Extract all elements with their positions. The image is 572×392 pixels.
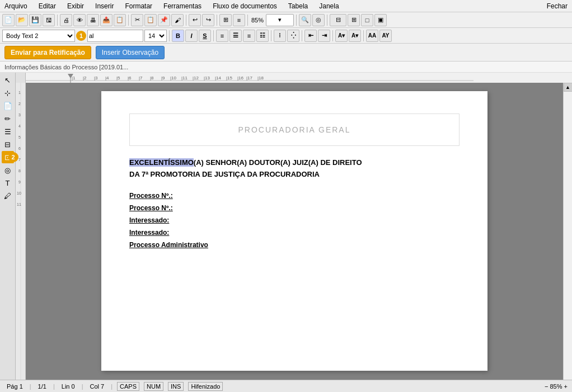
open-button[interactable]: 📂 — [16, 14, 28, 26]
charmap-button[interactable]: AA — [366, 30, 378, 42]
field-processo-admin: Processo Administrativo — [129, 241, 460, 249]
template-button[interactable]: 📋 — [114, 14, 126, 26]
italic-button[interactable]: I — [185, 30, 198, 42]
indent-button[interactable]: ⇥ — [318, 30, 330, 42]
scroll-track[interactable] — [564, 92, 573, 383]
menu-fechar[interactable]: Fechar — [545, 1, 570, 11]
status-num[interactable]: NUM — [144, 382, 163, 391]
copy-button[interactable]: 📋 — [144, 14, 157, 26]
merge-button[interactable]: ⊟ — [330, 14, 346, 26]
sep-fmt5 — [332, 30, 333, 41]
status-hyph[interactable]: Hifenizado — [188, 382, 223, 391]
svg-text:10: 10 — [17, 191, 21, 195]
view-button[interactable]: ≡ — [233, 14, 245, 26]
paste-button[interactable]: 📌 — [158, 14, 170, 26]
toolbar1: 📄 📂 💾 🖫 🖨 👁 🖶 📤 📋 ✂ 📋 📌 🖌 ↩ ↪ ⊞ ≡ 85% ▾ … — [0, 12, 572, 28]
breadcrumb-text: Informações Básicas do Processo [2019.01… — [4, 64, 128, 70]
menu-arquivo[interactable]: Arquivo — [2, 1, 30, 11]
cut-button[interactable]: ✂ — [131, 14, 143, 26]
menu-exibir[interactable]: Exibir — [65, 1, 86, 11]
paragraph-style-select[interactable]: Body Text 2 — [2, 30, 75, 42]
underline-button[interactable]: S — [199, 30, 211, 42]
right-scrollbar[interactable]: ▲ ▼ — [563, 83, 572, 392]
sidebar-list-icon[interactable]: ☰ — [2, 125, 14, 138]
status-caps[interactable]: CAPS — [117, 382, 139, 391]
col-button[interactable]: ⊞ — [348, 14, 360, 26]
align-left-button[interactable]: ≡ — [216, 30, 228, 42]
title-rest-line1: (A) SENHOR(A) DOUTOR(A) JUIZ(A) DE DIREI… — [194, 158, 362, 167]
menu-inserir[interactable]: Inserir — [93, 1, 116, 11]
table-button[interactable]: ⊞ — [219, 14, 232, 26]
scroll-up-button[interactable]: ▲ — [564, 83, 573, 92]
menu-tabela[interactable]: Tabela — [286, 1, 310, 11]
menu-formatar[interactable]: Formatar — [123, 1, 154, 11]
sidebar-text-icon[interactable]: T — [2, 177, 14, 189]
nav-button[interactable]: ◎ — [312, 14, 325, 26]
sidebar-nav-icon[interactable]: ◎ — [2, 164, 14, 176]
content-row: ↖ ⊹ 📄 ✏ ☰ ⊟ ⊡ 2 ◎ T 🖊 — [0, 73, 572, 392]
menu-fluxo[interactable]: Fluxo de documentos — [210, 1, 279, 11]
align-justify-button[interactable]: ☷ — [256, 30, 269, 42]
outdent-button[interactable]: ⇤ — [304, 30, 317, 42]
sidebar-page-icon[interactable]: 📄 — [2, 100, 14, 112]
svg-text:|3: |3 — [94, 75, 98, 81]
svg-text:|2: |2 — [83, 75, 87, 81]
zoom-select[interactable]: ▾ — [266, 14, 294, 26]
zoom-out-button[interactable]: − — [545, 383, 548, 390]
insert-observation-button[interactable]: Inserir Observação — [96, 46, 165, 59]
font-input[interactable] — [87, 30, 143, 42]
sep-fmt4 — [302, 30, 302, 41]
sidebar-form-icon[interactable]: ⊟ — [2, 138, 14, 150]
fontcolor-button[interactable]: A▾ — [349, 30, 361, 42]
menu-ferramentas[interactable]: Ferramentas — [161, 1, 204, 11]
svg-text:|12: |12 — [193, 75, 199, 81]
align-center-button[interactable]: ☰ — [229, 30, 242, 42]
printpreview-button[interactable]: 👁 — [73, 14, 86, 26]
numlist-button[interactable]: ⁛ — [287, 30, 299, 42]
align-right-button[interactable]: ≡ — [243, 30, 255, 42]
new-button[interactable]: 📄 — [2, 14, 15, 26]
sep3 — [186, 15, 186, 26]
svg-text:|6: |6 — [128, 75, 132, 81]
sidebar-pencil-icon[interactable]: 🖊 — [2, 190, 14, 202]
list-button[interactable]: ⁝ — [274, 30, 286, 42]
highlight-button[interactable]: A▾ — [335, 30, 348, 42]
svg-text:6: 6 — [18, 147, 21, 150]
bold-button[interactable]: B — [172, 30, 184, 42]
export-button[interactable]: 📤 — [100, 14, 112, 26]
svg-text:|17: |17 — [246, 75, 253, 81]
font-size-select[interactable]: 14 — [144, 30, 167, 42]
find-button[interactable]: 🔍 — [299, 14, 311, 26]
svg-text:5: 5 — [18, 135, 21, 139]
sep7 — [327, 15, 327, 26]
send-rectification-button[interactable]: Enviar para Retificação — [4, 46, 91, 59]
sidebar-edit-icon[interactable]: ✏ — [2, 112, 14, 125]
save-button[interactable]: 💾 — [29, 14, 41, 26]
scroll-content[interactable]: PROCURADORIA GERAL EXCELENTÍSSIMO(A) SEN… — [26, 83, 563, 392]
document-area: |1 |2 |3 |4 |5 |6 |7 |8 |9 |10 |11 |12 |… — [16, 73, 572, 392]
print2-button[interactable]: 🖶 — [87, 14, 99, 26]
border-button[interactable]: □ — [361, 14, 373, 26]
sidebar-select-icon[interactable]: ⊹ — [2, 87, 14, 99]
menu-janela[interactable]: Janela — [317, 1, 341, 11]
spacing-button[interactable]: AY — [379, 30, 392, 42]
redo-button[interactable]: ↪ — [202, 14, 214, 26]
step2-badge: 2 — [8, 152, 18, 162]
sep1 — [57, 15, 58, 26]
sidebar-active-icon[interactable]: ⊡ 2 — [2, 151, 14, 163]
status-bar: Pág 1 | 1/1 | Lin 0 | Col 7 | CAPS NUM I… — [0, 380, 572, 392]
format-button[interactable]: 🖌 — [171, 14, 184, 26]
toolbar2: Body Text 2 1 14 B I S ≡ ☰ ≡ ☷ ⁝ ⁛ ⇤ ⇥ A… — [0, 28, 572, 44]
undo-button[interactable]: ↩ — [189, 14, 201, 26]
zoom-in-button[interactable]: + — [564, 383, 568, 390]
frame-button[interactable]: ▣ — [374, 14, 387, 26]
sidebar-arrow-icon[interactable]: ↖ — [2, 74, 14, 86]
svg-text:4: 4 — [18, 124, 21, 128]
status-ins[interactable]: INS — [168, 382, 184, 391]
menu-editar[interactable]: Editar — [36, 1, 58, 11]
saveas-button[interactable]: 🖫 — [43, 14, 55, 26]
svg-text:|9: |9 — [161, 75, 165, 81]
toolbar3: Enviar para Retificação Inserir Observaç… — [0, 44, 572, 62]
sep-fmt3 — [271, 30, 271, 41]
print-button[interactable]: 🖨 — [60, 14, 72, 26]
